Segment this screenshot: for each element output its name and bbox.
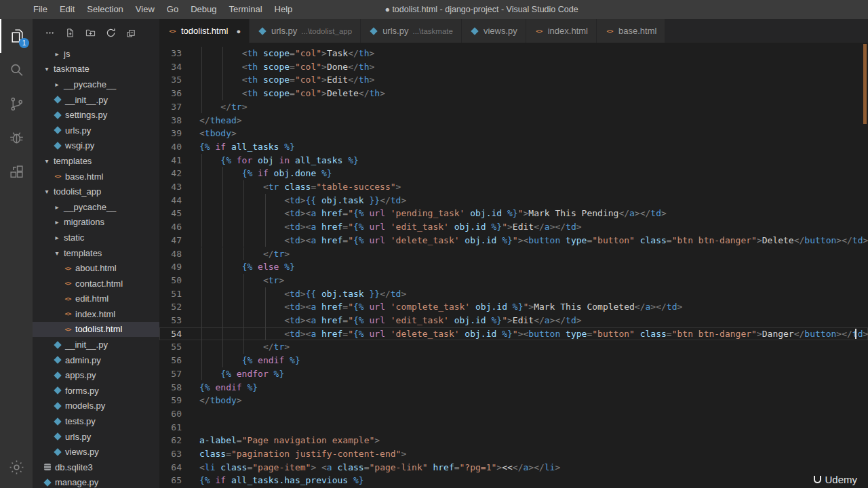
window-title: ● todolist.html - django-project - Visua… [384, 5, 578, 14]
tree-item-todolist_app[interactable]: ▾todolist_app [33, 184, 159, 199]
tree-item-manage.py[interactable]: manage.py [33, 475, 159, 488]
tree-item-wsgi.py[interactable]: wsgi.py [33, 138, 159, 154]
code-line-50[interactable]: 50 <tr> [159, 274, 868, 287]
code-line-35[interactable]: 35 <th scope="col">Edit</th> [159, 73, 868, 87]
code-editor[interactable]: 33 <th scope="col">Task</th>34 <th scope… [159, 43, 868, 488]
tab-views.py[interactable]: views.py [462, 19, 526, 43]
settings-icon[interactable] [0, 450, 33, 484]
code-line-57[interactable]: 57 {% endfor %} [159, 367, 868, 381]
tree-item-todolist.html[interactable]: <>todolist.html [33, 322, 159, 338]
tree-item-__init__.py[interactable]: __init__.py [33, 337, 159, 352]
code-line-49[interactable]: 49 {% else %} [159, 260, 868, 274]
code-line-52[interactable]: 52 <td><a href="{% url 'complete_task' o… [159, 300, 868, 314]
tree-item-js[interactable]: ▸js [33, 46, 159, 62]
tree-item-admin.py[interactable]: admin.py [33, 352, 159, 368]
tree-item-db.sqlite3[interactable]: db.sqlite3 [33, 460, 159, 475]
tree-item-models.py[interactable]: models.py [33, 399, 159, 414]
code-text: <tr> [199, 274, 868, 287]
code-line-40[interactable]: 40{% if all_tasks %} [159, 140, 868, 154]
line-number: 63 [159, 447, 182, 461]
tree-item-apps.py[interactable]: apps.py [33, 367, 159, 383]
tree-item-__pycache__[interactable]: ▸__pycache__ [33, 77, 159, 92]
tree-item-index.html[interactable]: <>index.html [33, 306, 159, 322]
tab-urls.py[interactable]: urls.py...\todolist_app [250, 19, 361, 43]
scrollbar-overview-ruler[interactable] [863, 44, 867, 124]
code-line-58[interactable]: 58{% endif %} [159, 381, 868, 394]
code-line-33[interactable]: 33 <th scope="col">Task</th> [159, 47, 868, 60]
menu-go[interactable]: Go [161, 0, 184, 19]
text-cursor [855, 329, 856, 340]
new-file-icon[interactable] [65, 28, 75, 38]
code-line-59[interactable]: 59</tbody> [159, 394, 868, 407]
tree-item-__pycache__[interactable]: ▸__pycache__ [33, 199, 159, 215]
tree-item-tests.py[interactable]: tests.py [33, 413, 159, 429]
tab-index.html[interactable]: <>index.html [526, 19, 597, 43]
code-line-48[interactable]: 48 </tr> [159, 247, 868, 261]
code-text: </tr> [199, 100, 868, 114]
code-line-60[interactable]: 60 [159, 407, 868, 421]
code-line-47[interactable]: 47 <td><a href="{% url 'delete_task' obj… [159, 234, 868, 247]
code-line-37[interactable]: 37 </tr> [159, 100, 868, 114]
udemy-watermark: Udemy [814, 474, 857, 485]
code-line-62[interactable]: 62a-label="Page navigation example"> [159, 434, 868, 447]
code-line-64[interactable]: 64<li class="page-item"> <a class="page-… [159, 461, 868, 474]
search-icon[interactable] [0, 53, 33, 87]
line-number: 36 [159, 87, 182, 100]
tree-item-label: tests.py [65, 416, 96, 426]
tree-item-settings.py[interactable]: settings.py [33, 107, 159, 123]
code-line-61[interactable]: 61 [159, 421, 868, 434]
tab-base.html[interactable]: <>base.html [597, 19, 665, 43]
code-line-34[interactable]: 34 <th scope="col">Done</th> [159, 60, 868, 74]
code-line-39[interactable]: 39<tbody> [159, 127, 868, 140]
tree-item-__init__.py[interactable]: __init__.py [33, 92, 159, 108]
code-line-36[interactable]: 36 <th scope="col">Delete</th> [159, 87, 868, 100]
tree-item-contact.html[interactable]: <>contact.html [33, 276, 159, 291]
debug-icon[interactable] [0, 121, 33, 155]
menu-file[interactable]: File [27, 0, 54, 19]
tree-item-templates[interactable]: ▾templates [33, 153, 159, 169]
code-line-53[interactable]: 53 <td><a href="{% url 'edit_task' obj.i… [159, 314, 868, 327]
code-line-63[interactable]: 63class="pagination justify-content-end"… [159, 447, 868, 461]
code-line-55[interactable]: 55 </tr> [159, 340, 868, 354]
tree-item-edit.html[interactable]: <>edit.html [33, 291, 159, 307]
tab-todolist.html[interactable]: <>todolist.html● [159, 19, 250, 43]
tree-item-taskmate[interactable]: ▾taskmate [33, 62, 159, 77]
extensions-icon[interactable] [0, 155, 33, 188]
code-line-46[interactable]: 46 <td><a href="{% url 'edit_task' obj.i… [159, 220, 868, 234]
menu-view[interactable]: View [130, 0, 161, 19]
tree-item-views.py[interactable]: views.py [33, 444, 159, 460]
tree-item-base.html[interactable]: <>base.html [33, 169, 159, 184]
code-line-45[interactable]: 45 <td><a href="{% url 'pending_task' ob… [159, 207, 868, 220]
ellipsis-icon[interactable] [45, 28, 55, 38]
code-line-41[interactable]: 41 {% for obj in all_tasks %} [159, 154, 868, 167]
code-line-56[interactable]: 56 {% endif %} [159, 354, 868, 367]
line-number: 35 [159, 73, 182, 87]
collapse-all-icon[interactable] [126, 28, 136, 38]
menu-terminal[interactable]: Terminal [222, 0, 268, 19]
tree-item-urls.py[interactable]: urls.py [33, 123, 159, 138]
menu-help[interactable]: Help [269, 0, 299, 19]
tree-item-forms.py[interactable]: forms.py [33, 383, 159, 399]
tree-item-urls.py[interactable]: urls.py [33, 429, 159, 445]
tree-item-static[interactable]: ▸static [33, 230, 159, 245]
menu-edit[interactable]: Edit [54, 0, 81, 19]
code-line-54[interactable]: 54 <td><a href="{% url 'delete_task' obj… [159, 327, 868, 341]
tree-item-migrations[interactable]: ▸migrations [33, 215, 159, 230]
menu-debug[interactable]: Debug [184, 0, 222, 19]
code-line-44[interactable]: 44 <td>{{ obj.task }}</td> [159, 194, 868, 207]
explorer-icon[interactable]: 1 [0, 19, 33, 53]
code-line-43[interactable]: 43 <tr class="table-success"> [159, 180, 868, 194]
menu-selection[interactable]: Selection [81, 0, 129, 19]
refresh-icon[interactable] [106, 28, 116, 38]
tree-item-about.html[interactable]: <>about.html [33, 260, 159, 276]
code-line-38[interactable]: 38</thead> [159, 114, 868, 127]
source-control-icon[interactable] [0, 87, 33, 121]
code-line-51[interactable]: 51 <td>{{ obj.task }}</td> [159, 287, 868, 301]
tree-item-templates[interactable]: ▾templates [33, 245, 159, 261]
tree-item-label: manage.py [55, 477, 98, 487]
code-text [199, 421, 868, 434]
code-line-65[interactable]: 65{% if all_tasks.has_previous %} [159, 474, 868, 487]
new-folder-icon[interactable] [85, 28, 96, 38]
code-line-42[interactable]: 42 {% if obj.done %} [159, 167, 868, 180]
tab-urls.py[interactable]: urls.py...\taskmate [361, 19, 462, 43]
